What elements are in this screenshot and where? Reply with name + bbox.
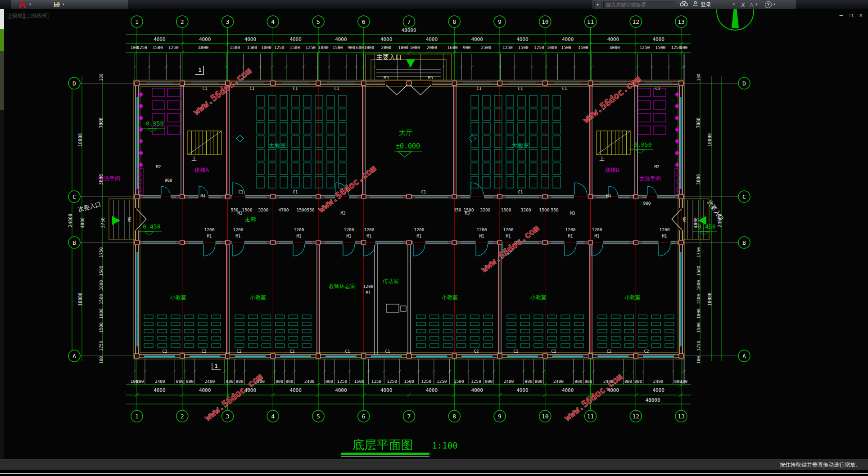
svg-text:C1: C1 (477, 86, 482, 91)
svg-text:4000: 4000 (154, 387, 166, 393)
svg-text:100: 100 (99, 73, 104, 81)
svg-text:800: 800 (574, 379, 582, 384)
svg-text:4000: 4000 (335, 36, 347, 42)
command-line-area[interactable] (0, 470, 868, 476)
svg-text:2400: 2400 (503, 379, 514, 384)
svg-text:1200: 1200 (414, 227, 425, 232)
svg-text:1200: 1200 (565, 227, 576, 232)
autocad-logo-icon[interactable] (18, 1, 27, 8)
svg-text:550: 550 (453, 207, 461, 212)
svg-text:M4: M4 (201, 194, 206, 198)
svg-text:C: C (72, 193, 76, 200)
svg-text:7000: 7000 (696, 117, 701, 128)
svg-text:48000: 48000 (401, 27, 416, 33)
svg-text:800: 800 (285, 379, 293, 384)
svg-text:4000: 4000 (471, 36, 483, 42)
svg-text:100: 100 (680, 45, 687, 50)
svg-text:M1: M1 (207, 234, 212, 238)
drawing-canvas[interactable]: 4800048000400040004000400040004000400040… (0, 0, 868, 476)
svg-text:C1: C1 (335, 86, 339, 91)
autodesk360-icon[interactable]: △ (750, 1, 754, 8)
svg-text:6: 6 (362, 18, 366, 25)
svg-text:48000: 48000 (645, 397, 660, 403)
drawing-title: 底层平面图1:100 (341, 438, 458, 457)
svg-text:800: 800 (136, 379, 144, 384)
close-icon[interactable]: ✕ (859, 12, 863, 18)
svg-text:C1: C1 (250, 86, 255, 91)
svg-text:12: 12 (632, 18, 639, 25)
help-icon[interactable]: ? (765, 1, 772, 8)
svg-text:1000: 1000 (261, 45, 271, 50)
svg-text:4000: 4000 (199, 387, 211, 393)
svg-text:M2: M2 (156, 165, 161, 169)
svg-text:1250: 1250 (471, 379, 481, 384)
help-caret-icon[interactable]: ▾ (772, 0, 777, 9)
svg-text:3: 3 (226, 18, 230, 25)
svg-text:M1: M1 (367, 234, 372, 238)
svg-text:1250: 1250 (137, 45, 147, 50)
save-icon[interactable] (54, 1, 61, 8)
login-button[interactable]: 登录 (701, 1, 711, 9)
svg-text:1750: 1750 (696, 247, 701, 257)
exchange-apps-icon[interactable]: X (741, 1, 745, 8)
svg-text:900: 900 (164, 178, 172, 183)
save-menu-caret-icon[interactable]: ▾ (61, 0, 66, 9)
svg-text:4000: 4000 (80, 217, 85, 228)
dock-segment (0, 51, 4, 110)
svg-text:1250: 1250 (371, 379, 381, 384)
svg-text:C2: C2 (607, 349, 612, 354)
svg-text:1500: 1500 (99, 294, 104, 304)
svg-text:2000: 2000 (427, 45, 437, 50)
svg-text:C2: C2 (552, 349, 556, 354)
svg-text:13: 13 (678, 413, 685, 420)
search-input[interactable] (603, 1, 675, 8)
svg-text:1500: 1500 (99, 322, 104, 332)
svg-text:4000: 4000 (289, 36, 302, 42)
svg-text:900: 900 (463, 45, 470, 50)
svg-text:800: 800 (624, 379, 632, 384)
minimize-icon[interactable]: — (840, 12, 843, 18)
login-caret-icon[interactable]: ▾ (731, 0, 737, 9)
svg-text:1200: 1200 (503, 227, 514, 232)
svg-text:7: 7 (407, 413, 411, 420)
restore-icon[interactable]: ❐ (849, 12, 853, 18)
drawing-window-controls: — ❐ ✕ (840, 12, 863, 18)
svg-text:C1: C1 (656, 86, 660, 91)
svg-text:1200: 1200 (660, 227, 670, 232)
svg-text:100: 100 (696, 73, 701, 81)
svg-text:4000: 4000 (652, 387, 665, 393)
svg-text:1200: 1200 (204, 227, 215, 232)
svg-text:1200: 1200 (592, 227, 602, 232)
a360-caret-icon[interactable]: ▾ (754, 0, 759, 9)
svg-text:1500: 1500 (297, 207, 307, 212)
svg-text:C2: C2 (163, 349, 167, 354)
svg-text:4000: 4000 (154, 36, 166, 42)
svg-text:10: 10 (542, 18, 549, 25)
svg-text:100: 100 (99, 356, 104, 364)
svg-text:4000: 4000 (607, 36, 619, 42)
app-menu-caret-icon[interactable]: ▾ (27, 0, 33, 9)
svg-text:3200: 3200 (258, 207, 269, 212)
svg-text:C2: C2 (474, 349, 479, 354)
svg-text:800: 800 (276, 379, 283, 384)
svg-text:600: 600 (356, 45, 364, 50)
binoculars-search-icon[interactable] (680, 1, 688, 8)
viewport-controls-label[interactable]: [-][俯视][二维线框] (5, 12, 49, 20)
svg-text:M2: M2 (655, 165, 660, 169)
user-icon[interactable] (692, 1, 698, 8)
svg-text:2400: 2400 (155, 379, 165, 384)
svg-text:4000: 4000 (471, 387, 483, 393)
dock-segment (0, 9, 4, 29)
svg-text:1500: 1500 (696, 294, 701, 304)
svg-text:楼梯B: 楼梯B (605, 167, 619, 173)
svg-text:B: B (72, 239, 76, 246)
search-expand-icon[interactable]: ▸ (594, 1, 601, 8)
svg-text:1500: 1500 (332, 45, 343, 50)
svg-text:2: 2 (181, 18, 184, 25)
svg-text:1250: 1250 (387, 379, 397, 384)
svg-text:A: A (72, 353, 76, 359)
svg-text:1500: 1500 (289, 45, 300, 50)
svg-text:900: 900 (643, 201, 651, 206)
svg-text:1250: 1250 (502, 45, 513, 50)
svg-text:1500: 1500 (539, 207, 550, 212)
